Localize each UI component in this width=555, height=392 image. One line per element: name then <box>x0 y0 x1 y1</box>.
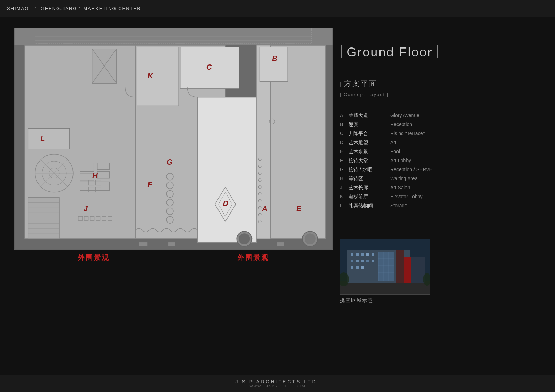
svg-text:C: C <box>206 63 212 71</box>
legend-chinese: 等待区 <box>349 176 390 182</box>
legend-row: G 接待 / 水吧 Reception / SERVE <box>340 167 541 173</box>
floor-title: Ground Floor <box>347 45 433 60</box>
landscape-labels: 外围景观 外围景观 <box>14 253 333 262</box>
legend-row: J 艺术长廊 Art Salon <box>340 185 541 191</box>
svg-text:D: D <box>223 199 229 208</box>
concept-subtitle: | Concept Layout | <box>340 92 541 97</box>
legend-chinese: 艺术水景 <box>349 149 390 155</box>
svg-text:H: H <box>92 172 98 180</box>
legend-english: Elevator Lobby <box>390 194 422 199</box>
svg-rect-101 <box>351 260 353 262</box>
legend-row: H 等待区 Waiting Area <box>340 176 541 182</box>
legend-letter: L <box>340 203 349 208</box>
legend-letter: K <box>340 194 349 199</box>
svg-rect-96 <box>351 253 353 256</box>
header-title: SHIMAO - " DIFENGJIANG " MARKETING CENTE… <box>7 6 141 11</box>
svg-rect-91 <box>340 281 430 295</box>
legend-row: B 迎宾 Reception <box>340 122 541 128</box>
svg-rect-102 <box>356 260 359 262</box>
svg-rect-108 <box>361 266 364 269</box>
bar-left: | <box>340 43 343 58</box>
landscape-label-1: 外围景观 <box>78 253 110 262</box>
svg-rect-97 <box>356 253 359 256</box>
legend-row: C 升降平台 Rising "Terrace" <box>340 131 541 137</box>
legend-chinese: 升降平台 <box>349 131 390 137</box>
svg-rect-7 <box>260 47 288 82</box>
svg-rect-64 <box>139 242 147 246</box>
svg-rect-100 <box>372 253 374 256</box>
legend-letter: G <box>340 167 349 172</box>
legend-row: A 荣耀大道 Glory Avenue <box>340 113 541 119</box>
svg-rect-66 <box>277 242 284 246</box>
legend-chinese: 艺术雕塑 <box>349 140 390 146</box>
landscape-label-2: 外围景观 <box>237 253 269 262</box>
legend-letter: B <box>340 122 349 127</box>
legend-letter: F <box>340 158 349 163</box>
svg-rect-4 <box>198 97 256 242</box>
svg-rect-13 <box>28 128 70 149</box>
svg-text:J: J <box>84 204 88 213</box>
legend-chinese: 礼宾储物间 <box>349 203 390 209</box>
footer-logo: J S P ARCHITECTS LTD. <box>236 379 320 384</box>
svg-text:K: K <box>147 71 154 80</box>
svg-rect-65 <box>168 242 175 246</box>
svg-rect-99 <box>366 253 369 256</box>
legend-english: Art <box>390 140 396 145</box>
svg-rect-103 <box>361 260 364 262</box>
svg-rect-106 <box>351 266 353 269</box>
svg-rect-98 <box>361 253 364 256</box>
svg-text:B: B <box>272 54 278 63</box>
legend-letter: E <box>340 149 349 154</box>
floorplan-svg: K C B L F G H J D A E E E B <box>14 28 333 249</box>
legend-chinese: 迎宾 <box>349 122 390 128</box>
floorplan-container: K C B L F G H J D A E E E B <box>14 28 333 250</box>
legend: A 荣耀大道 Glory Avenue B 迎宾 Reception C 升降平… <box>340 113 541 209</box>
legend-chinese: 接待 / 水吧 <box>349 167 390 173</box>
legend-english: Pool <box>390 149 400 154</box>
svg-rect-104 <box>366 260 369 262</box>
legend-english: Glory Avenue <box>390 113 419 118</box>
legend-english: Reception / SERVE <box>390 167 433 172</box>
legend-letter: C <box>340 131 349 136</box>
footer-sub: WWW . JSP - 1001 . COM <box>249 384 306 388</box>
svg-point-70 <box>239 233 250 244</box>
svg-text:E: E <box>296 204 302 213</box>
legend-english: Waiting Area <box>390 176 418 181</box>
right-panel: | Ground Floor | | 方案平面 | | Concept Layo… <box>340 28 541 367</box>
svg-text:L: L <box>40 134 45 143</box>
header: SHIMAO - " DIFENGJIANG " MARKETING CENTE… <box>0 0 555 17</box>
legend-letter: J <box>340 185 349 190</box>
legend-letter: A <box>340 113 349 118</box>
legend-row: E 艺术水景 Pool <box>340 149 541 155</box>
svg-rect-109 <box>378 252 394 281</box>
legend-english: Reception <box>390 122 412 127</box>
svg-rect-95 <box>396 250 404 283</box>
legend-letter: H <box>340 176 349 181</box>
legend-english: Storage <box>390 203 407 208</box>
footer: J S P ARCHITECTS LTD. WWW . JSP - 1001 .… <box>0 375 555 392</box>
floor-title-row: | Ground Floor | <box>340 35 541 67</box>
svg-text:A: A <box>262 204 267 213</box>
building-photo <box>340 239 430 295</box>
photo-caption: 挑空区域示意 <box>340 297 373 304</box>
legend-english: Rising "Terrace" <box>390 131 425 136</box>
svg-text:F: F <box>147 180 152 189</box>
svg-rect-105 <box>372 260 374 262</box>
legend-chinese: 接待大堂 <box>349 158 390 164</box>
legend-letter: D <box>340 140 349 145</box>
svg-rect-94 <box>404 257 411 283</box>
legend-chinese: 荣耀大道 <box>349 113 390 119</box>
legend-chinese: 艺术长廊 <box>349 185 390 191</box>
legend-english: Art Salon <box>390 185 410 190</box>
svg-point-72 <box>305 233 316 244</box>
concept-title: 方案平面 <box>344 79 377 88</box>
svg-text:G: G <box>166 158 172 166</box>
legend-row: L 礼宾储物间 Storage <box>340 203 541 209</box>
concept-title-row: | 方案平面 | <box>340 79 541 90</box>
legend-row: F 接待大堂 Art Lobby <box>340 158 541 164</box>
bar-right: | <box>436 43 439 58</box>
legend-english: Art Lobby <box>390 158 411 163</box>
legend-row: K 电梯前厅 Elevator Lobby <box>340 194 541 200</box>
svg-rect-107 <box>356 266 359 269</box>
svg-rect-9 <box>137 47 179 106</box>
